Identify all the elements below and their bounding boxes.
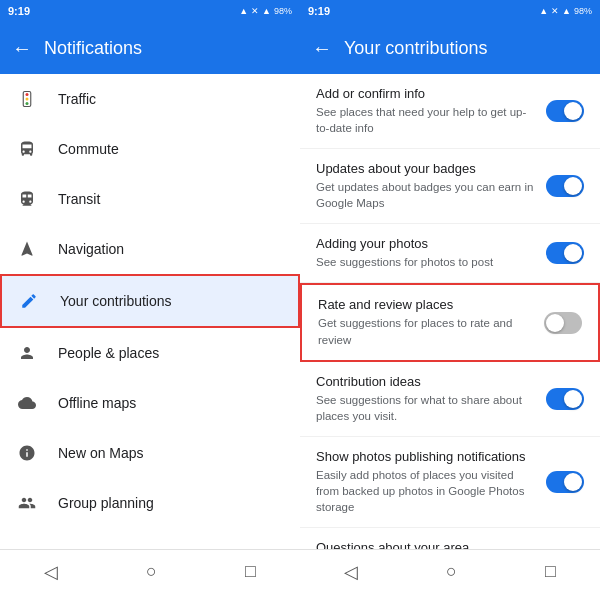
r-signal-icon: ▲ bbox=[539, 6, 548, 16]
left-status-bar: 9:19 ▲ ✕ ▲ 98% bbox=[0, 0, 300, 22]
contrib-subtitle-ideas: See suggestions for what to share about … bbox=[316, 392, 538, 424]
people-places-label: People & places bbox=[58, 345, 159, 361]
contrib-title-rate-review: Rate and review places bbox=[318, 297, 536, 312]
contrib-text-badges: Updates about your badges Get updates ab… bbox=[316, 161, 538, 211]
toggle-knob bbox=[546, 314, 564, 332]
mute-icon: ✕ bbox=[251, 6, 259, 16]
svg-point-2 bbox=[26, 98, 29, 101]
contrib-item-show-photos: Show photos publishing notifications Eas… bbox=[300, 437, 600, 528]
r-recents-nav-button[interactable]: □ bbox=[529, 553, 572, 590]
nav-item-your-contributions[interactable]: Your contributions bbox=[0, 274, 300, 328]
r-back-nav-button[interactable]: ◁ bbox=[328, 553, 374, 591]
back-nav-button[interactable]: ◁ bbox=[28, 553, 74, 591]
contrib-item-add-confirm: Add or confirm info See places that need… bbox=[300, 74, 600, 149]
contrib-item-rate-review: Rate and review places Get suggestions f… bbox=[300, 283, 600, 361]
contrib-subtitle-show-photos: Easily add photos of places you visited … bbox=[316, 467, 538, 515]
left-back-button[interactable]: ← bbox=[12, 37, 32, 60]
toggle-knob bbox=[564, 244, 582, 262]
people-places-icon bbox=[16, 342, 38, 364]
toggle-add-confirm[interactable] bbox=[546, 100, 584, 122]
offline-maps-label: Offline maps bbox=[58, 395, 136, 411]
contrib-subtitle-add-confirm: See places that need your help to get up… bbox=[316, 104, 538, 136]
battery-icon: 98% bbox=[274, 6, 292, 16]
nav-item-new-on-maps[interactable]: New on Maps bbox=[0, 428, 300, 478]
contrib-text-add-confirm: Add or confirm info See places that need… bbox=[316, 86, 538, 136]
contrib-text-questions-area: Questions about your area Answer questio… bbox=[316, 540, 538, 549]
svg-point-1 bbox=[26, 93, 29, 96]
contrib-title-badges: Updates about your badges bbox=[316, 161, 538, 176]
contrib-text-rate-review: Rate and review places Get suggestions f… bbox=[318, 297, 536, 347]
contrib-subtitle-rate-review: Get suggestions for places to rate and r… bbox=[318, 315, 536, 347]
nav-item-people-places[interactable]: People & places bbox=[0, 328, 300, 378]
r-battery-icon: 98% bbox=[574, 6, 592, 16]
nav-item-transit[interactable]: Transit bbox=[0, 174, 300, 224]
new-on-maps-label: New on Maps bbox=[58, 445, 144, 461]
left-status-icons: ▲ ✕ ▲ 98% bbox=[239, 6, 292, 16]
offline-maps-icon bbox=[16, 392, 38, 414]
left-header: ← Notifications bbox=[0, 22, 300, 74]
toggle-show-photos[interactable] bbox=[546, 471, 584, 493]
toggle-knob bbox=[564, 390, 582, 408]
r-mute-icon: ✕ bbox=[551, 6, 559, 16]
contrib-item-ideas: Contribution ideas See suggestions for w… bbox=[300, 362, 600, 437]
contrib-title-show-photos: Show photos publishing notifications bbox=[316, 449, 538, 464]
recents-nav-button[interactable]: □ bbox=[229, 553, 272, 590]
right-status-bar: 9:19 ▲ ✕ ▲ 98% bbox=[300, 0, 600, 22]
right-title: Your contributions bbox=[344, 38, 487, 59]
r-home-nav-button[interactable]: ○ bbox=[430, 553, 473, 590]
left-bottom-nav: ◁ ○ □ bbox=[0, 549, 300, 593]
toggle-badges[interactable] bbox=[546, 175, 584, 197]
commute-label: Commute bbox=[58, 141, 119, 157]
contrib-text-photos: Adding your photos See suggestions for p… bbox=[316, 236, 538, 270]
r-wifi-icon: ▲ bbox=[562, 6, 571, 16]
contrib-title-add-confirm: Add or confirm info bbox=[316, 86, 538, 101]
toggle-knob bbox=[564, 473, 582, 491]
new-on-maps-icon bbox=[16, 442, 38, 464]
right-header: ← Your contributions bbox=[300, 22, 600, 74]
left-nav-list: Traffic Commute Transit bbox=[0, 74, 300, 549]
right-back-button[interactable]: ← bbox=[312, 37, 332, 60]
contrib-text-ideas: Contribution ideas See suggestions for w… bbox=[316, 374, 538, 424]
navigation-label: Navigation bbox=[58, 241, 124, 257]
transit-label: Transit bbox=[58, 191, 100, 207]
right-panel: 9:19 ▲ ✕ ▲ 98% ← Your contributions Add … bbox=[300, 0, 600, 593]
nav-item-traffic[interactable]: Traffic bbox=[0, 74, 300, 124]
right-bottom-nav: ◁ ○ □ bbox=[300, 549, 600, 593]
contrib-title-ideas: Contribution ideas bbox=[316, 374, 538, 389]
contrib-item-badges: Updates about your badges Get updates ab… bbox=[300, 149, 600, 224]
nav-item-navigation[interactable]: Navigation bbox=[0, 224, 300, 274]
left-panel: 9:19 ▲ ✕ ▲ 98% ← Notifications Traffic bbox=[0, 0, 300, 593]
wifi-icon: ▲ bbox=[262, 6, 271, 16]
left-time: 9:19 bbox=[8, 5, 30, 17]
traffic-label: Traffic bbox=[58, 91, 96, 107]
toggle-ideas[interactable] bbox=[546, 388, 584, 410]
group-planning-label: Group planning bbox=[58, 495, 154, 511]
group-planning-icon bbox=[16, 492, 38, 514]
contributions-icon bbox=[18, 290, 40, 312]
navigation-icon bbox=[16, 238, 38, 260]
contrib-text-show-photos: Show photos publishing notifications Eas… bbox=[316, 449, 538, 515]
contrib-item-photos: Adding your photos See suggestions for p… bbox=[300, 224, 600, 283]
contrib-subtitle-badges: Get updates about badges you can earn in… bbox=[316, 179, 538, 211]
nav-item-offline-maps[interactable]: Offline maps bbox=[0, 378, 300, 428]
contrib-title-questions-area: Questions about your area bbox=[316, 540, 538, 549]
nav-item-group-planning[interactable]: Group planning bbox=[0, 478, 300, 528]
your-contributions-label: Your contributions bbox=[60, 293, 172, 309]
toggle-rate-review[interactable] bbox=[544, 312, 582, 334]
svg-point-3 bbox=[26, 102, 29, 105]
commute-icon bbox=[16, 138, 38, 160]
nav-item-commute[interactable]: Commute bbox=[0, 124, 300, 174]
contrib-subtitle-photos: See suggestions for photos to post bbox=[316, 254, 538, 270]
right-status-icons: ▲ ✕ ▲ 98% bbox=[539, 6, 592, 16]
right-time: 9:19 bbox=[308, 5, 330, 17]
traffic-icon bbox=[16, 88, 38, 110]
signal-icon: ▲ bbox=[239, 6, 248, 16]
contributions-list: Add or confirm info See places that need… bbox=[300, 74, 600, 549]
toggle-photos[interactable] bbox=[546, 242, 584, 264]
contrib-title-photos: Adding your photos bbox=[316, 236, 538, 251]
transit-icon bbox=[16, 188, 38, 210]
left-title: Notifications bbox=[44, 38, 142, 59]
toggle-knob bbox=[564, 102, 582, 120]
toggle-knob bbox=[564, 177, 582, 195]
home-nav-button[interactable]: ○ bbox=[130, 553, 173, 590]
